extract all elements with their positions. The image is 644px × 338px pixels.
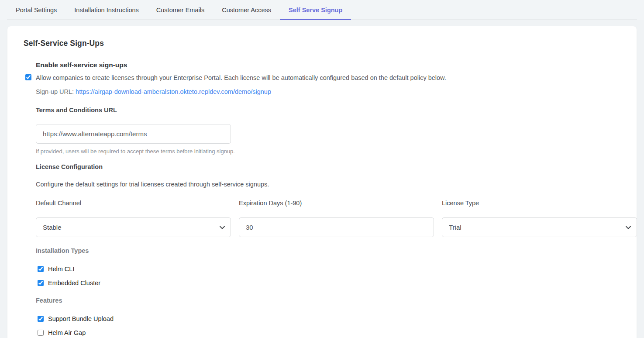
embedded-cluster-checkbox[interactable] [38,280,44,286]
terms-url-input[interactable] [36,124,231,144]
tab-installation-instructions[interactable]: Installation Instructions [65,0,148,20]
feature-row: Helm Air Gap [36,329,629,336]
helm-cli-label[interactable]: Helm CLI [48,266,74,272]
helm-air-gap-checkbox[interactable] [38,330,44,336]
expiration-days-input[interactable] [239,217,434,237]
tab-self-serve-signup[interactable]: Self Serve Signup [280,0,351,20]
panel-content: Enable self-service sign-ups Allow compa… [24,61,629,336]
installation-type-row: Helm CLI [36,266,629,272]
tab-customer-access[interactable]: Customer Access [213,0,280,20]
signup-url-label: Sign-up URL: [36,88,74,95]
tab-customer-emails[interactable]: Customer Emails [148,0,213,20]
support-bundle-upload-checkbox[interactable] [38,316,44,322]
enable-signups-heading: Enable self-service sign-ups [36,61,629,69]
features-heading: Features [36,297,629,304]
enable-signups-description: Allow companies to create licenses throu… [36,73,446,83]
expiration-days-wrap [239,217,434,237]
license-configuration-description: Configure the default settings for trial… [36,180,629,189]
default-channel-select-wrap: Stable [36,217,231,237]
signup-url-link[interactable]: https://airgap-download-amberalston.okte… [76,88,271,95]
support-bundle-upload-label[interactable]: Support Bundle Upload [48,315,114,322]
license-config-grid: Default Channel Expiration Days (1-90) L… [36,200,629,237]
license-type-label: License Type [442,200,637,207]
embedded-cluster-label[interactable]: Embedded Cluster [48,279,100,286]
tab-portal-settings[interactable]: Portal Settings [7,0,65,20]
installation-types-heading: Installation Types [36,247,629,254]
enable-signups-row: Allow companies to create licenses throu… [25,73,629,95]
terms-url-helper: If provided, users will be required to a… [36,148,629,155]
default-channel-select[interactable]: Stable [36,217,231,237]
tab-bar: Portal Settings Installation Instruction… [0,0,644,20]
terms-url-label: Terms and Conditions URL [36,107,629,114]
helm-cli-checkbox[interactable] [38,266,44,272]
tab-list: Portal Settings Installation Instruction… [7,0,637,20]
feature-row: Support Bundle Upload [36,315,629,322]
license-type-select[interactable]: Trial [442,217,637,237]
self-serve-signup-panel: Self-Service Sign-Ups Enable self-servic… [7,26,637,338]
license-configuration-heading: License Configuration [36,163,629,170]
helm-air-gap-label[interactable]: Helm Air Gap [48,329,86,336]
enable-signups-checkbox[interactable] [25,74,31,80]
installation-type-row: Embedded Cluster [36,279,629,286]
expiration-days-label: Expiration Days (1-90) [239,200,434,207]
signup-url-line: Sign-up URL: https://airgap-download-amb… [36,88,446,95]
license-type-select-wrap: Trial [442,217,637,237]
page-title: Self-Service Sign-Ups [24,39,629,48]
default-channel-label: Default Channel [36,200,231,207]
enable-signups-text: Allow companies to create licenses throu… [36,73,446,95]
